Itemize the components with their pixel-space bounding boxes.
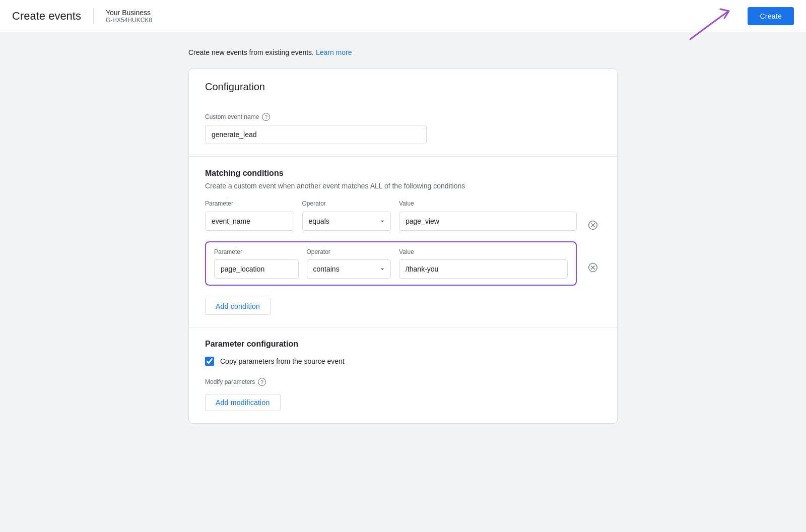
- copy-params-row: Copy parameters from the source event: [205, 357, 601, 366]
- condition-2-remove-button[interactable]: [585, 259, 601, 276]
- column-labels: Parameter Operator Value: [205, 200, 601, 207]
- condition-2-value-input[interactable]: [399, 259, 568, 279]
- condition-1-value-group: [399, 212, 577, 231]
- col-label-value: Value: [399, 200, 577, 207]
- condition-1-parameter-input[interactable]: [205, 212, 294, 231]
- condition-2-parameter-group: Parameter: [214, 248, 299, 279]
- learn-more-link[interactable]: Learn more: [316, 48, 352, 56]
- condition-row-2-highlighted: Parameter Operator equals contains start…: [205, 241, 577, 286]
- configuration-card: Configuration Custom event name ? Matchi…: [188, 69, 618, 424]
- remove-icon-2: [588, 262, 598, 273]
- description-text: Create new events from existing events. …: [188, 48, 618, 56]
- add-condition-button[interactable]: Add condition: [205, 298, 271, 315]
- matching-conditions-desc: Create a custom event when another event…: [205, 182, 601, 190]
- condition-row-2: Parameter Operator equals contains start…: [205, 241, 601, 286]
- condition-1-remove-button[interactable]: [585, 217, 601, 233]
- copy-params-checkbox[interactable]: [205, 357, 214, 366]
- business-name: Your Business: [106, 9, 152, 17]
- arrow-annotation: [680, 4, 741, 44]
- condition-1-value-input[interactable]: [399, 212, 577, 231]
- header-divider: [93, 8, 94, 24]
- business-id: G-HX54HUKCK8: [106, 17, 152, 24]
- col-label-operator: Operator: [302, 200, 391, 207]
- matching-conditions-section: Matching conditions Create a custom even…: [189, 157, 617, 327]
- copy-params-label[interactable]: Copy parameters from the source event: [220, 357, 345, 365]
- matching-conditions-title: Matching conditions: [205, 169, 601, 178]
- main-content: Create new events from existing events. …: [176, 32, 630, 440]
- condition-1-parameter-group: [205, 212, 294, 231]
- condition-2-operator-group: Operator equals contains starts with end…: [307, 248, 391, 279]
- custom-event-name-help-icon[interactable]: ?: [262, 113, 270, 121]
- condition-row-1-fields: equals contains starts with ends with do…: [205, 212, 577, 231]
- add-modification-button[interactable]: Add modification: [205, 394, 281, 411]
- modify-params-label: Modify parameters ?: [205, 378, 601, 386]
- page-title: Create events: [12, 10, 81, 23]
- configuration-title: Configuration: [189, 69, 617, 101]
- remove-icon: [588, 220, 598, 230]
- modify-params-help-icon[interactable]: ?: [258, 378, 266, 386]
- condition-2-parameter-input[interactable]: [214, 259, 299, 279]
- header-business: Your Business G-HX54HUKCK8: [106, 9, 152, 24]
- parameter-configuration-title: Parameter configuration: [205, 340, 601, 349]
- condition-1-operator-select[interactable]: equals contains starts with ends with do…: [302, 212, 391, 231]
- condition-row-1: equals contains starts with ends with do…: [205, 209, 601, 233]
- header: Create events Your Business G-HX54HUKCK8…: [0, 0, 806, 32]
- custom-event-name-label: Custom event name ?: [205, 113, 601, 121]
- parameter-configuration-section: Parameter configuration Copy parameters …: [189, 327, 617, 423]
- custom-event-name-section: Custom event name ?: [189, 101, 617, 157]
- create-button[interactable]: Create: [748, 7, 794, 25]
- condition-2-operator-select[interactable]: equals contains starts with ends with do…: [307, 259, 391, 279]
- condition-2-value-group: Value: [399, 248, 568, 279]
- condition-1-operator-group: equals contains starts with ends with do…: [302, 212, 391, 231]
- col-label-parameter: Parameter: [205, 200, 294, 207]
- custom-event-name-input[interactable]: [205, 125, 427, 144]
